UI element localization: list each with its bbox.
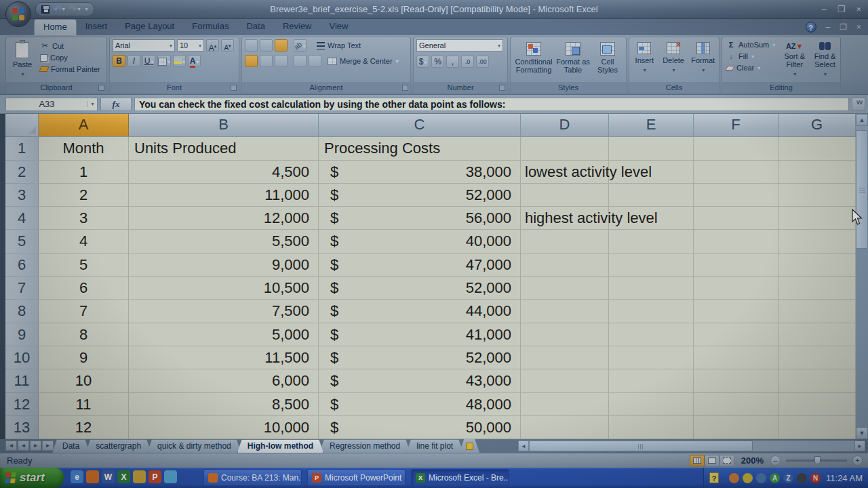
- column-header-D[interactable]: D: [521, 114, 609, 137]
- scroll-down-button[interactable]: ▼: [856, 427, 868, 439]
- cell-A11[interactable]: 10: [39, 369, 129, 392]
- comma-style-button[interactable]: ,: [446, 56, 459, 68]
- page-break-view-button[interactable]: [719, 455, 734, 466]
- cell-A12[interactable]: 11: [39, 393, 129, 416]
- cell-A3[interactable]: 2: [39, 184, 129, 207]
- zoom-slider-track[interactable]: [786, 460, 847, 462]
- row-header-11[interactable]: 11: [5, 369, 39, 392]
- wrap-text-button[interactable]: Wrap Text: [315, 41, 362, 50]
- cell-G9[interactable]: [778, 323, 856, 346]
- cell-A1[interactable]: Month: [39, 137, 129, 160]
- cell-C5[interactable]: $40,000: [319, 230, 521, 253]
- prev-sheet-button[interactable]: ◄: [18, 441, 29, 451]
- cell-B1[interactable]: Units Produced: [129, 137, 319, 160]
- row-header-10[interactable]: 10: [5, 346, 39, 369]
- cell-G1[interactable]: [778, 137, 856, 160]
- cell-E12[interactable]: [609, 393, 694, 416]
- align-top-button[interactable]: [245, 39, 258, 52]
- sheet-tab-regression-method[interactable]: Regression method: [319, 439, 410, 453]
- cell-A4[interactable]: 3: [39, 207, 129, 230]
- row-header-5[interactable]: 5: [5, 230, 39, 253]
- copy-button[interactable]: Copy: [39, 53, 102, 62]
- zoom-level[interactable]: 200%: [741, 455, 764, 466]
- autosum-button[interactable]: ΣAutoSum▾: [725, 40, 776, 49]
- tab-formulas[interactable]: Formulas: [183, 19, 237, 35]
- cell-C3[interactable]: $52,000: [319, 184, 521, 207]
- normal-view-button[interactable]: [690, 455, 705, 466]
- cell-C9[interactable]: $41,000: [319, 323, 521, 346]
- cell-F1[interactable]: [694, 137, 778, 160]
- row-header-8[interactable]: 8: [5, 300, 39, 323]
- cell-C11[interactable]: $43,000: [319, 369, 521, 392]
- cell-E6[interactable]: [609, 253, 694, 277]
- cell-D11[interactable]: [521, 369, 609, 392]
- tab-home[interactable]: Home: [34, 19, 77, 35]
- office-button[interactable]: [5, 1, 31, 27]
- cell-B10[interactable]: 11,500: [129, 346, 319, 369]
- cell-A2[interactable]: 1: [39, 161, 129, 184]
- volume-tray-icon[interactable]: [729, 473, 739, 483]
- zoom-in-button[interactable]: +: [852, 455, 863, 466]
- excel-icon[interactable]: X: [117, 470, 130, 483]
- cell-E9[interactable]: [609, 323, 694, 346]
- cell-F9[interactable]: [694, 323, 778, 346]
- increase-decimal-button[interactable]: .0: [461, 56, 474, 68]
- column-header-E[interactable]: E: [609, 114, 694, 137]
- messenger-icon[interactable]: [164, 470, 177, 483]
- align-bottom-button[interactable]: [275, 39, 288, 52]
- cell-C12[interactable]: $48,000: [319, 393, 521, 416]
- workbook-minimize-button[interactable]: –: [826, 22, 831, 32]
- page-layout-view-button[interactable]: [705, 455, 719, 466]
- cell-E10[interactable]: [609, 346, 694, 369]
- cell-B2[interactable]: 4,500: [129, 161, 319, 184]
- row-header-3[interactable]: 3: [5, 184, 39, 207]
- cell-G7[interactable]: [778, 277, 856, 300]
- internet-explorer-icon[interactable]: e: [71, 470, 83, 483]
- vertical-scrollbar[interactable]: ▲ ▼: [856, 114, 868, 439]
- tab-insert[interactable]: Insert: [77, 19, 117, 35]
- row-header-12[interactable]: 12: [5, 393, 39, 416]
- cell-C7[interactable]: $52,000: [319, 277, 521, 300]
- task-button-excel[interactable]: XMicrosoft Excel - Bre...: [411, 469, 509, 486]
- format-cells-button[interactable]: Format ▾: [690, 39, 716, 80]
- cell-C6[interactable]: $47,000: [319, 253, 521, 277]
- cell-D5[interactable]: [521, 230, 609, 253]
- cell-E1[interactable]: [609, 137, 694, 160]
- hscrollbar-thumb[interactable]: [529, 441, 753, 451]
- cell-C8[interactable]: $44,000: [319, 300, 521, 323]
- number-format-select[interactable]: General▾: [416, 39, 503, 52]
- last-sheet-button[interactable]: ►: [42, 441, 54, 451]
- cell-F2[interactable]: [694, 161, 778, 184]
- cell-B5[interactable]: 5,500: [129, 230, 319, 253]
- grow-font-button[interactable]: A▴: [206, 39, 219, 52]
- align-right-button[interactable]: [275, 55, 288, 67]
- cell-G4[interactable]: [778, 207, 856, 230]
- task-button-powerpoint[interactable]: PMicrosoft PowerPoint: [307, 469, 406, 486]
- format-painter-button[interactable]: Format Painter: [39, 64, 102, 74]
- increase-indent-button[interactable]: [309, 55, 321, 67]
- cell-F12[interactable]: [694, 393, 778, 416]
- decrease-decimal-button[interactable]: .00: [476, 56, 489, 68]
- sheet-tab-quick-dirty-method[interactable]: quick & dirty method: [147, 439, 241, 453]
- tab-data[interactable]: Data: [237, 19, 273, 35]
- zoom-out-button[interactable]: –: [770, 455, 781, 466]
- column-header-B[interactable]: B: [129, 114, 319, 137]
- row-header-13[interactable]: 13: [5, 416, 39, 439]
- cell-E3[interactable]: [609, 184, 694, 207]
- cell-B12[interactable]: 8,500: [129, 393, 319, 416]
- row-header-2[interactable]: 2: [5, 161, 39, 184]
- powerpoint-icon[interactable]: P: [149, 470, 161, 483]
- cell-G11[interactable]: [778, 369, 856, 392]
- cell-B4[interactable]: 12,000: [129, 207, 319, 230]
- word-icon[interactable]: W: [102, 470, 115, 483]
- column-header-A[interactable]: A: [39, 114, 129, 137]
- cell-D9[interactable]: [521, 323, 609, 346]
- align-center-button[interactable]: [260, 55, 273, 67]
- restore-button[interactable]: ❐: [837, 4, 846, 14]
- scroll-up-button[interactable]: ▲: [856, 114, 868, 126]
- network-tray-icon[interactable]: [756, 473, 766, 483]
- key-icon[interactable]: [133, 470, 146, 483]
- orientation-button[interactable]: ab▾: [294, 39, 307, 52]
- cell-F11[interactable]: [694, 369, 778, 392]
- cell-F3[interactable]: [694, 184, 778, 207]
